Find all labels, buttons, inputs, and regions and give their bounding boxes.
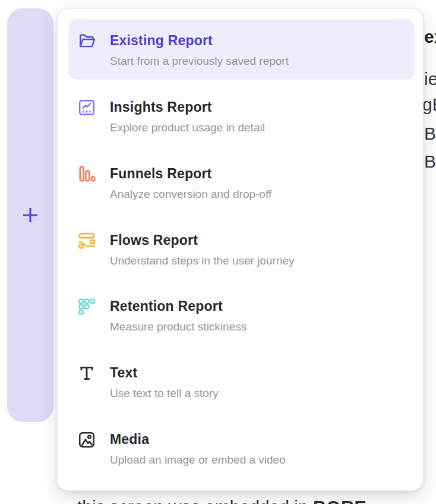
menu-item-title: Existing Report [110, 32, 289, 49]
menu-item-title: Retention Report [110, 298, 247, 314]
menu-item-media[interactable]: Media Upload an image or embed a video [68, 418, 415, 478]
menu-item-flows-report[interactable]: Flows Report Understand steps in the use… [68, 219, 415, 279]
funnel-bars-icon [78, 165, 96, 183]
insights-chart-icon [78, 99, 96, 116]
media-image-icon [78, 431, 96, 449]
menu-item-subtitle: Start from a previously saved report [110, 53, 289, 69]
menu-item-text: Flows Report Understand steps in the use… [110, 232, 295, 269]
menu-item-existing-report[interactable]: Existing Report Start from a previously … [68, 19, 415, 80]
menu-item-insights-report[interactable]: Insights Report Explore product usage in… [68, 86, 415, 146]
menu-item-text: Existing Report Start from a previously … [110, 32, 289, 69]
menu-item-text: Retention Report Measure product stickin… [110, 298, 247, 335]
add-content-menu: Existing Report Start from a previously … [57, 8, 424, 491]
menu-item-subtitle: Understand steps in the user journey [110, 253, 295, 269]
plus-icon [20, 205, 40, 225]
background-text-fragment: ie [424, 70, 436, 88]
background-bottom-text-bold: BORE [313, 497, 367, 504]
background-text-fragment: B [424, 125, 436, 143]
menu-item-text: Media Upload an image or embed a video [110, 431, 286, 468]
menu-item-title: Flows Report [110, 232, 295, 248]
menu-item-retention-report[interactable]: Retention Report Measure product stickin… [68, 285, 415, 345]
page: ex ie gB B B this screen was embedded in… [0, 0, 436, 504]
menu-item-subtitle: Explore product usage in detail [110, 120, 265, 136]
menu-item-subtitle: Use text to tell a story [110, 386, 219, 401]
background-text-fragment: B [424, 153, 436, 171]
background-text-fragment: ex [424, 28, 436, 46]
menu-item-subtitle: Measure product stickiness [110, 319, 247, 335]
menu-item-subtitle: Analyze conversion and drop-off [110, 187, 271, 202]
menu-item-text: Insights Report Explore product usage in… [110, 99, 265, 136]
text-icon [78, 364, 96, 382]
background-bottom-text-normal: this screen was embedded in [77, 497, 308, 504]
menu-item-funnels-report[interactable]: Funnels Report Analyze conversion and dr… [68, 152, 415, 213]
menu-item-text: Text Use text to tell a story [110, 364, 219, 401]
add-content-button[interactable] [7, 8, 53, 422]
menu-item-title: Text [110, 364, 219, 381]
menu-item-title: Media [110, 431, 286, 448]
menu-item-text: Funnels Report Analyze conversion and dr… [110, 165, 271, 202]
folder-open-icon [78, 32, 96, 50]
menu-item-title: Insights Report [110, 99, 265, 115]
menu-item-title: Funnels Report [110, 165, 271, 182]
background-text-fragment: gB [422, 96, 436, 114]
flows-icon [78, 232, 96, 250]
background-bottom-text: this screen was embedded in BORE [77, 496, 367, 504]
menu-item-subtitle: Upload an image or embed a video [110, 452, 286, 468]
retention-grid-icon [78, 298, 96, 316]
menu-item-text-block[interactable]: Text Use text to tell a story [68, 351, 415, 412]
